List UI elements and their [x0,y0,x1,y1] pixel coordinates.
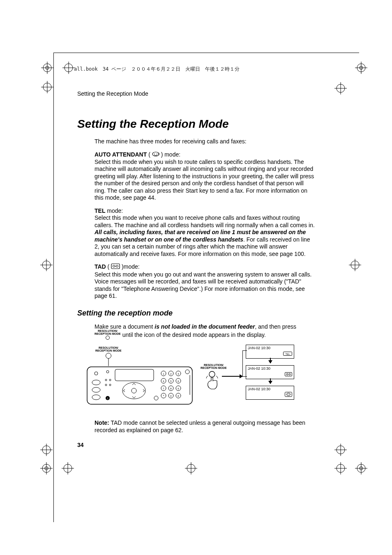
svg-point-59 [106,371,109,373]
down-arrow-icon-2 [268,381,272,384]
registration-mark-bl1 [40,444,53,456]
auto-attendant-icon [152,151,159,159]
auto-desc: Select this mode when you wish to route … [95,159,314,201]
tel-mode-heading: TEL mode: Select this mode when you want… [95,207,316,258]
svg-rect-54 [87,367,192,404]
subtitle: Setting the reception mode [77,309,316,318]
svg-text:2: 2 [170,373,172,375]
top-crop-line [53,53,359,53]
registration-mark-bl2 [40,462,53,474]
registration-mark-br3 [334,462,347,474]
svg-point-96 [209,371,215,377]
svg-text:0: 0 [170,395,172,397]
svg-point-62 [105,384,107,386]
svg-point-29 [45,467,48,470]
svg-point-61 [109,379,111,381]
auto-mode-heading: AUTO ATTENDANT ( ) mode: Select this mod… [95,151,316,202]
registration-mark-br1 [334,444,347,456]
auto-badge-icon [285,392,292,398]
display-tel: JAN-02 10:30 TEL [246,345,294,359]
svg-point-4 [65,64,73,72]
svg-point-51 [116,265,118,267]
note-text: Note: TAD mode cannot be selected unless… [95,419,316,434]
svg-text:9: 9 [178,387,179,390]
svg-point-20 [351,261,359,269]
instruction-text: Make sure a document is not loaded in th… [95,323,316,341]
svg-point-42 [360,467,363,470]
page-number: 34 [77,442,84,448]
svg-point-7 [43,83,51,91]
svg-point-60 [105,379,107,381]
tel-label: TEL [95,207,105,214]
registration-mark-tr2 [334,82,347,94]
svg-text:8: 8 [170,387,172,390]
registration-mark-top-left-2 [62,62,75,74]
book-header-text: all.book 34 ページ ２００４年６月２２日 火曜日 午後１２時１分 [74,66,240,73]
svg-text:5: 5 [170,380,172,382]
svg-point-56 [92,380,100,385]
tel-badge-icon: TEL [283,352,292,357]
svg-text:6: 6 [178,380,179,382]
display-auto: JAN-02 10:30 [246,386,294,400]
arrow-right-icon [222,376,242,377]
registration-mark-top-right [355,62,367,74]
svg-point-48 [157,154,157,154]
down-arrow-icon [268,360,272,364]
svg-point-50 [113,265,115,267]
registration-mark-top-left [41,62,53,74]
svg-point-55 [95,372,98,375]
svg-point-93 [185,370,189,374]
svg-point-58 [92,395,100,400]
mode-diagram: RESOLUTION/RECEPTION MODE [86,346,300,412]
svg-rect-102 [285,392,292,396]
registration-mark-br2 [355,462,367,474]
tel-desc-a: Select this mode when you want to receiv… [95,214,315,228]
svg-point-68 [131,388,136,393]
svg-rect-66 [115,369,154,381]
svg-point-47 [154,154,155,154]
reception-mode-key-label-hand: RESOLUTION/RECEPTION MODE [201,364,227,369]
svg-point-101 [289,373,291,375]
running-head: Setting the Reception Mode [77,90,316,97]
page-title: Setting the Reception Mode [77,117,316,131]
registration-mark-tl3 [41,81,53,93]
svg-point-95 [154,396,158,400]
reception-mode-key-label-diagram: RESOLUTION/RECEPTION MODE [95,346,122,366]
hand-press-icon [204,371,220,392]
svg-point-23 [42,446,51,454]
tad-label: TAD [95,263,106,270]
svg-point-100 [286,373,288,375]
svg-point-57 [92,387,100,392]
svg-point-17 [42,261,51,269]
svg-point-30 [64,464,72,472]
svg-point-105 [289,394,290,395]
svg-text:1: 1 [163,373,164,375]
svg-text:#: # [178,395,179,397]
intro-text: The machine has three modes for receivin… [95,138,316,145]
svg-text:3: 3 [178,373,179,375]
svg-point-14 [337,84,345,92]
tad-mode-heading: TAD ( )mode: Select this mode when you g… [95,263,316,300]
svg-point-13 [360,66,363,69]
reception-mode-key-label-inline: RESOLUTION/RECEPTION MODE [95,329,121,340]
svg-text:4: 4 [163,380,164,382]
svg-point-43 [337,464,345,472]
registration-mark-bl3 [62,462,74,474]
left-crop-line [53,53,54,522]
fax-machine-illustration: i 1 2 3 [86,366,193,405]
svg-point-0 [43,64,51,72]
registration-mark-mid-left [40,259,53,271]
svg-point-36 [337,446,345,454]
registration-mark-bottom-center [185,462,197,474]
svg-point-39 [357,464,365,472]
tape-cassette-icon [111,263,120,271]
svg-point-26 [42,464,51,472]
display-tad: JAN-02 10:30 [246,365,294,379]
registration-mark-mid-right [349,259,361,271]
svg-point-3 [46,66,49,69]
page-content: Setting the Reception Mode Setting the R… [77,90,316,440]
svg-point-33 [187,464,195,472]
tad-desc: Select this mode when you go out and wan… [95,271,311,299]
svg-text:*: * [163,394,164,397]
svg-text:7: 7 [163,387,164,390]
